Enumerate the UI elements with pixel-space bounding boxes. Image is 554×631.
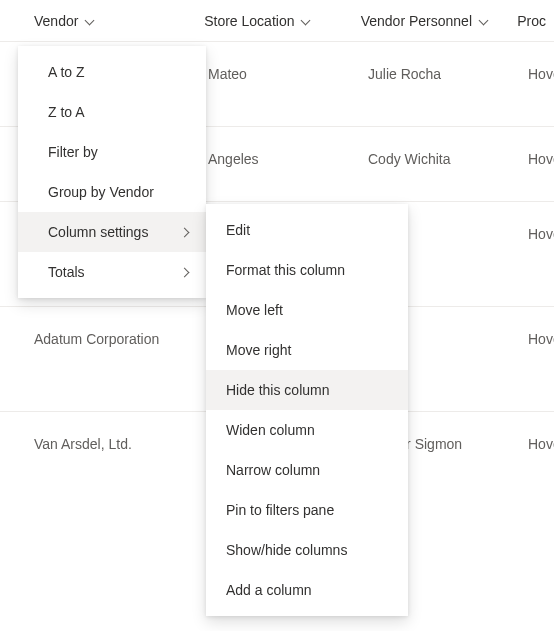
column-menu: A to Z Z to A Filter by Group by Vendor …: [18, 46, 206, 298]
chevron-down-icon: [300, 15, 312, 27]
cell-proc: Hove: [520, 331, 554, 347]
chevron-down-icon: [478, 15, 490, 27]
menu-item-label: A to Z: [48, 64, 85, 80]
column-header-label: Proc: [517, 13, 546, 29]
menu-item-label: Format this column: [226, 262, 345, 278]
menu-item-label: Widen column: [226, 422, 315, 438]
column-header-proc[interactable]: Proc: [509, 13, 554, 29]
menu-item-label: Edit: [226, 222, 250, 238]
menu-item-label: Move left: [226, 302, 283, 318]
menu-item-label: Pin to filters pane: [226, 502, 334, 518]
menu-item-label: Narrow column: [226, 462, 320, 478]
menu-item-label: Filter by: [48, 144, 98, 160]
menu-item-label: Move right: [226, 342, 291, 358]
menu-item-move-left[interactable]: Move left: [206, 290, 408, 330]
menu-item-label: Group by Vendor: [48, 184, 154, 200]
cell-store: Angeles: [200, 151, 360, 167]
menu-item-show-hide-columns[interactable]: Show/hide columns: [206, 530, 408, 570]
chevron-right-icon: [180, 266, 192, 278]
menu-item-label: Column settings: [48, 224, 148, 240]
menu-item-add-column[interactable]: Add a column: [206, 570, 408, 610]
column-header-vendor[interactable]: Vendor: [0, 13, 196, 29]
column-header-label: Vendor: [34, 13, 78, 29]
column-header-store[interactable]: Store Location: [196, 13, 353, 29]
chevron-right-icon: [180, 226, 192, 238]
menu-item-group-by[interactable]: Group by Vendor: [18, 172, 206, 212]
menu-item-label: Show/hide columns: [226, 542, 347, 558]
menu-item-pin-filters[interactable]: Pin to filters pane: [206, 490, 408, 530]
menu-item-hide-column[interactable]: Hide this column: [206, 370, 408, 410]
chevron-down-icon: [84, 15, 96, 27]
menu-item-widen-column[interactable]: Widen column: [206, 410, 408, 450]
menu-item-label: Totals: [48, 264, 85, 280]
cell-store: Mateo: [200, 66, 360, 82]
table-header: Vendor Store Location Vendor Personnel P…: [0, 0, 554, 42]
cell-proc: Hove: [520, 66, 554, 82]
menu-item-edit[interactable]: Edit: [206, 210, 408, 250]
cell-proc: Hove: [520, 151, 554, 167]
column-header-label: Store Location: [204, 13, 294, 29]
cell-vendor: Adatum Corporation: [0, 331, 200, 347]
menu-item-format-column[interactable]: Format this column: [206, 250, 408, 290]
cell-personnel: Julie Rocha: [360, 66, 520, 82]
menu-item-totals[interactable]: Totals: [18, 252, 206, 292]
cell-personnel: Cody Wichita: [360, 151, 520, 167]
column-settings-submenu: Edit Format this column Move left Move r…: [206, 204, 408, 616]
menu-item-sort-za[interactable]: Z to A: [18, 92, 206, 132]
column-header-label: Vendor Personnel: [361, 13, 472, 29]
menu-item-label: Z to A: [48, 104, 85, 120]
menu-item-filter-by[interactable]: Filter by: [18, 132, 206, 172]
column-header-personnel[interactable]: Vendor Personnel: [353, 13, 510, 29]
menu-item-column-settings[interactable]: Column settings: [18, 212, 206, 252]
cell-proc: Hove: [520, 226, 554, 242]
menu-item-sort-az[interactable]: A to Z: [18, 52, 206, 92]
cell-vendor: Van Arsdel, Ltd.: [0, 436, 200, 452]
cell-proc: Hove: [520, 436, 554, 452]
menu-item-label: Add a column: [226, 582, 312, 598]
menu-item-narrow-column[interactable]: Narrow column: [206, 450, 408, 490]
menu-item-move-right[interactable]: Move right: [206, 330, 408, 370]
menu-item-label: Hide this column: [226, 382, 330, 398]
